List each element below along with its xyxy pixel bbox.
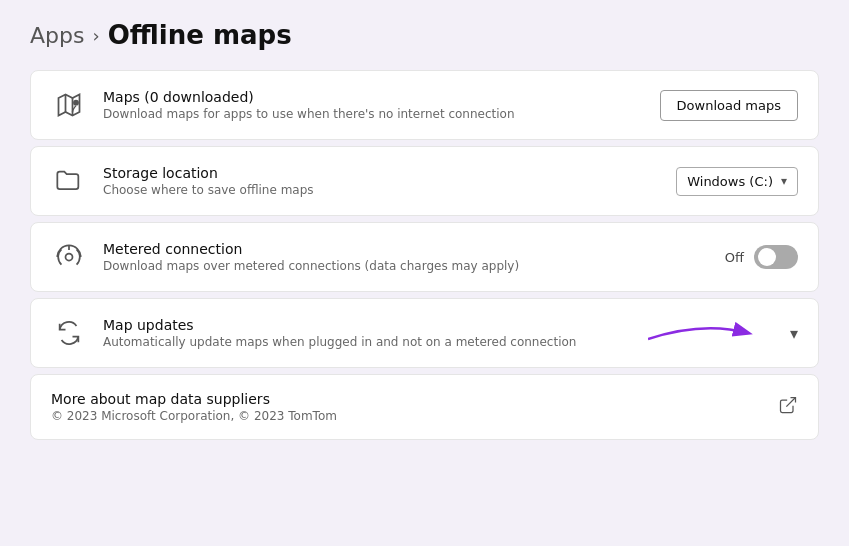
more-about-copyright: © 2023 Microsoft Corporation, © 2023 Tom… <box>51 409 337 423</box>
maps-downloaded-card: Maps (0 downloaded) Download maps for ap… <box>30 70 819 140</box>
external-link-icon[interactable] <box>778 395 798 419</box>
svg-point-0 <box>73 100 79 106</box>
maps-downloaded-action: Download maps <box>660 90 798 121</box>
map-updates-card: Map updates Automatically update maps wh… <box>30 298 819 368</box>
expand-chevron-icon[interactable]: ▾ <box>790 324 798 343</box>
more-about-title: More about map data suppliers <box>51 391 337 407</box>
maps-icon <box>51 87 87 123</box>
refresh-icon <box>51 315 87 351</box>
map-updates-desc: Automatically update maps when plugged i… <box>103 335 774 349</box>
svg-line-2 <box>786 398 795 407</box>
folder-icon <box>51 163 87 199</box>
metered-toggle-label: Off <box>725 250 744 265</box>
settings-cards: Maps (0 downloaded) Download maps for ap… <box>30 70 819 440</box>
map-updates-content: Map updates Automatically update maps wh… <box>103 317 774 349</box>
map-updates-title: Map updates <box>103 317 774 333</box>
download-maps-button[interactable]: Download maps <box>660 90 798 121</box>
breadcrumb-separator: › <box>92 25 99 46</box>
metered-connection-content: Metered connection Download maps over me… <box>103 241 709 273</box>
more-about-content: More about map data suppliers © 2023 Mic… <box>51 391 337 423</box>
maps-downloaded-desc: Download maps for apps to use when there… <box>103 107 644 121</box>
storage-location-content: Storage location Choose where to save of… <box>103 165 660 197</box>
toggle-knob <box>758 248 776 266</box>
metered-connection-card: Metered connection Download maps over me… <box>30 222 819 292</box>
metered-toggle[interactable] <box>754 245 798 269</box>
storage-location-card: Storage location Choose where to save of… <box>30 146 819 216</box>
storage-select[interactable]: Windows (C:) ▾ <box>676 167 798 196</box>
breadcrumb: Apps › Offline maps <box>30 20 819 50</box>
storage-select-label: Windows (C:) <box>687 174 773 189</box>
maps-downloaded-title: Maps (0 downloaded) <box>103 89 644 105</box>
storage-location-title: Storage location <box>103 165 660 181</box>
chevron-down-icon: ▾ <box>781 174 787 188</box>
storage-location-action: Windows (C:) ▾ <box>676 167 798 196</box>
metered-connection-title: Metered connection <box>103 241 709 257</box>
maps-downloaded-content: Maps (0 downloaded) Download maps for ap… <box>103 89 644 121</box>
more-about-card: More about map data suppliers © 2023 Mic… <box>30 374 819 440</box>
page-title: Offline maps <box>108 20 292 50</box>
metered-toggle-wrapper: Off <box>725 245 798 269</box>
metered-connection-desc: Download maps over metered connections (… <box>103 259 709 273</box>
storage-location-desc: Choose where to save offline maps <box>103 183 660 197</box>
metered-connection-action: Off <box>725 245 798 269</box>
map-updates-action: ▾ <box>790 324 798 343</box>
breadcrumb-apps[interactable]: Apps <box>30 23 84 48</box>
metered-icon <box>51 239 87 275</box>
